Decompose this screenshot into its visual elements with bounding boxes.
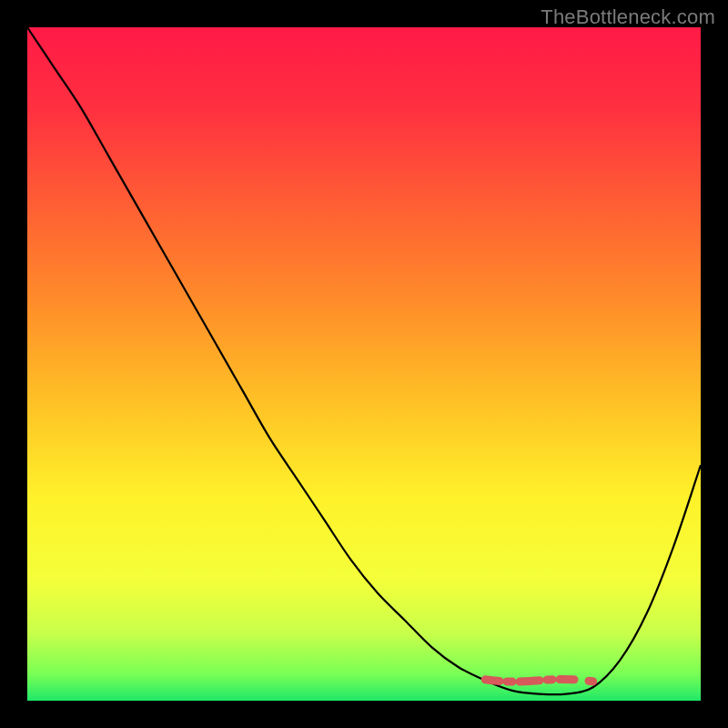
optimal-region-marker [485,680,592,682]
bottleneck-curve-chart [0,0,728,728]
chart-container: TheBottleneck.com [0,0,728,728]
watermark-text: TheBottleneck.com [541,5,715,29]
plot-gradient-area [27,27,701,701]
